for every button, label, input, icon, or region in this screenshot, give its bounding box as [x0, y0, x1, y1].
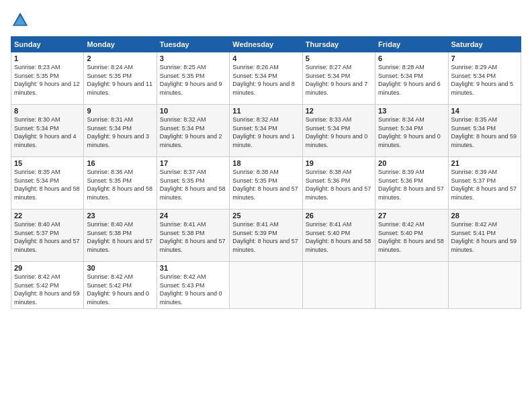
day-detail: Sunrise: 8:26 AMSunset: 5:34 PMDaylight:…: [232, 64, 295, 96]
weekday-sunday: Sunday: [11, 37, 84, 52]
day-number: 22: [14, 212, 81, 220]
day-number: 26: [306, 212, 372, 220]
day-number: 15: [14, 159, 81, 167]
day-number: 12: [306, 107, 372, 115]
day-detail: Sunrise: 8:41 AMSunset: 5:39 PMDaylight:…: [232, 221, 298, 253]
day-detail: Sunrise: 8:28 AMSunset: 5:34 PMDaylight:…: [378, 64, 441, 96]
calendar-cell: [302, 262, 375, 309]
day-number: 4: [232, 54, 299, 62]
weekday-tuesday: Tuesday: [157, 37, 229, 52]
calendar-cell: 1 Sunrise: 8:23 AMSunset: 5:35 PMDayligh…: [11, 52, 84, 105]
day-detail: Sunrise: 8:24 AMSunset: 5:35 PMDaylight:…: [87, 64, 152, 96]
day-detail: Sunrise: 8:32 AMSunset: 5:34 PMDaylight:…: [232, 116, 295, 148]
calendar-cell: 11 Sunrise: 8:32 AMSunset: 5:34 PMDaylig…: [230, 105, 302, 157]
weekday-monday: Monday: [84, 37, 157, 52]
calendar-cell: 19 Sunrise: 8:38 AMSunset: 5:36 PMDaylig…: [302, 157, 375, 210]
calendar-cell: 4 Sunrise: 8:26 AMSunset: 5:34 PMDayligh…: [230, 52, 302, 105]
day-number: 27: [378, 212, 445, 220]
calendar-cell: 3 Sunrise: 8:25 AMSunset: 5:35 PMDayligh…: [157, 52, 229, 105]
day-number: 25: [232, 212, 299, 220]
day-number: 29: [14, 264, 81, 272]
calendar-cell: 18 Sunrise: 8:38 AMSunset: 5:35 PMDaylig…: [230, 157, 302, 210]
day-number: 20: [378, 159, 445, 167]
calendar-cell: 23 Sunrise: 8:40 AMSunset: 5:38 PMDaylig…: [84, 210, 157, 262]
day-detail: Sunrise: 8:27 AMSunset: 5:34 PMDaylight:…: [306, 64, 368, 96]
day-detail: Sunrise: 8:29 AMSunset: 5:34 PMDaylight:…: [451, 64, 514, 96]
day-number: 13: [378, 107, 445, 115]
weekday-wednesday: Wednesday: [230, 37, 302, 52]
calendar-cell: 30 Sunrise: 8:42 AMSunset: 5:42 PMDaylig…: [84, 262, 157, 309]
day-detail: Sunrise: 8:42 AMSunset: 5:43 PMDaylight:…: [160, 273, 222, 306]
header: [11, 11, 521, 30]
calendar-cell: [230, 262, 302, 309]
day-number: 7: [451, 54, 518, 62]
day-detail: Sunrise: 8:42 AMSunset: 5:41 PMDaylight:…: [451, 221, 517, 253]
calendar-cell: [375, 262, 448, 309]
week-row-2: 8 Sunrise: 8:30 AMSunset: 5:34 PMDayligh…: [11, 105, 521, 157]
day-number: 6: [378, 54, 445, 62]
day-number: 21: [451, 159, 518, 167]
calendar-cell: 25 Sunrise: 8:41 AMSunset: 5:39 PMDaylig…: [230, 210, 302, 262]
weekday-header-row: SundayMondayTuesdayWednesdayThursdayFrid…: [11, 37, 521, 52]
calendar-cell: [448, 262, 521, 309]
calendar-cell: 13 Sunrise: 8:34 AMSunset: 5:34 PMDaylig…: [375, 105, 448, 157]
calendar-cell: 2 Sunrise: 8:24 AMSunset: 5:35 PMDayligh…: [84, 52, 157, 105]
day-detail: Sunrise: 8:31 AMSunset: 5:34 PMDaylight:…: [87, 116, 149, 148]
day-number: 24: [160, 212, 226, 220]
day-detail: Sunrise: 8:42 AMSunset: 5:40 PMDaylight:…: [378, 221, 444, 253]
day-detail: Sunrise: 8:42 AMSunset: 5:42 PMDaylight:…: [14, 273, 80, 306]
calendar-cell: 21 Sunrise: 8:39 AMSunset: 5:37 PMDaylig…: [448, 157, 521, 210]
calendar-cell: 12 Sunrise: 8:33 AMSunset: 5:34 PMDaylig…: [302, 105, 375, 157]
day-number: 2: [87, 54, 153, 62]
day-detail: Sunrise: 8:38 AMSunset: 5:35 PMDaylight:…: [232, 169, 298, 201]
day-number: 5: [306, 54, 372, 62]
calendar-cell: 10 Sunrise: 8:32 AMSunset: 5:34 PMDaylig…: [157, 105, 229, 157]
calendar: SundayMondayTuesdayWednesdayThursdayFrid…: [11, 36, 521, 309]
day-detail: Sunrise: 8:38 AMSunset: 5:36 PMDaylight:…: [306, 169, 371, 201]
week-row-5: 29 Sunrise: 8:42 AMSunset: 5:42 PMDaylig…: [11, 262, 521, 309]
day-detail: Sunrise: 8:40 AMSunset: 5:37 PMDaylight:…: [14, 221, 80, 253]
day-number: 28: [451, 212, 518, 220]
day-detail: Sunrise: 8:39 AMSunset: 5:36 PMDaylight:…: [378, 169, 444, 201]
day-number: 30: [87, 264, 153, 272]
logo: [11, 11, 32, 30]
calendar-cell: 26 Sunrise: 8:41 AMSunset: 5:40 PMDaylig…: [302, 210, 375, 262]
day-number: 23: [87, 212, 153, 220]
calendar-cell: 20 Sunrise: 8:39 AMSunset: 5:36 PMDaylig…: [375, 157, 448, 210]
calendar-cell: 27 Sunrise: 8:42 AMSunset: 5:40 PMDaylig…: [375, 210, 448, 262]
calendar-cell: 29 Sunrise: 8:42 AMSunset: 5:42 PMDaylig…: [11, 262, 84, 309]
week-row-3: 15 Sunrise: 8:35 AMSunset: 5:34 PMDaylig…: [11, 157, 521, 210]
week-row-4: 22 Sunrise: 8:40 AMSunset: 5:37 PMDaylig…: [11, 210, 521, 262]
day-detail: Sunrise: 8:42 AMSunset: 5:42 PMDaylight:…: [87, 273, 149, 306]
day-number: 11: [232, 107, 299, 115]
calendar-cell: 28 Sunrise: 8:42 AMSunset: 5:41 PMDaylig…: [448, 210, 521, 262]
day-detail: Sunrise: 8:36 AMSunset: 5:35 PMDaylight:…: [87, 169, 152, 201]
day-detail: Sunrise: 8:33 AMSunset: 5:34 PMDaylight:…: [306, 116, 368, 148]
calendar-cell: 6 Sunrise: 8:28 AMSunset: 5:34 PMDayligh…: [375, 52, 448, 105]
day-number: 9: [87, 107, 153, 115]
day-detail: Sunrise: 8:39 AMSunset: 5:37 PMDaylight:…: [451, 169, 517, 201]
calendar-cell: 17 Sunrise: 8:37 AMSunset: 5:35 PMDaylig…: [157, 157, 229, 210]
calendar-cell: 15 Sunrise: 8:35 AMSunset: 5:34 PMDaylig…: [11, 157, 84, 210]
calendar-cell: 24 Sunrise: 8:41 AMSunset: 5:38 PMDaylig…: [157, 210, 229, 262]
day-number: 14: [451, 107, 518, 115]
calendar-cell: 31 Sunrise: 8:42 AMSunset: 5:43 PMDaylig…: [157, 262, 229, 309]
day-detail: Sunrise: 8:41 AMSunset: 5:38 PMDaylight:…: [160, 221, 226, 253]
day-detail: Sunrise: 8:25 AMSunset: 5:35 PMDaylight:…: [160, 64, 222, 96]
page: SundayMondayTuesdayWednesdayThursdayFrid…: [0, 0, 532, 411]
day-number: 19: [306, 159, 372, 167]
calendar-cell: 22 Sunrise: 8:40 AMSunset: 5:37 PMDaylig…: [11, 210, 84, 262]
weekday-saturday: Saturday: [448, 37, 521, 52]
day-detail: Sunrise: 8:37 AMSunset: 5:35 PMDaylight:…: [160, 169, 226, 201]
day-detail: Sunrise: 8:40 AMSunset: 5:38 PMDaylight:…: [87, 221, 152, 253]
day-number: 3: [160, 54, 226, 62]
day-detail: Sunrise: 8:30 AMSunset: 5:34 PMDaylight:…: [14, 116, 77, 148]
week-row-1: 1 Sunrise: 8:23 AMSunset: 5:35 PMDayligh…: [11, 52, 521, 105]
day-detail: Sunrise: 8:35 AMSunset: 5:34 PMDaylight:…: [14, 169, 80, 201]
day-detail: Sunrise: 8:35 AMSunset: 5:34 PMDaylight:…: [451, 116, 517, 148]
weekday-friday: Friday: [375, 37, 448, 52]
day-detail: Sunrise: 8:32 AMSunset: 5:34 PMDaylight:…: [160, 116, 222, 148]
day-detail: Sunrise: 8:41 AMSunset: 5:40 PMDaylight:…: [306, 221, 371, 253]
day-number: 1: [14, 54, 81, 62]
calendar-cell: 16 Sunrise: 8:36 AMSunset: 5:35 PMDaylig…: [84, 157, 157, 210]
